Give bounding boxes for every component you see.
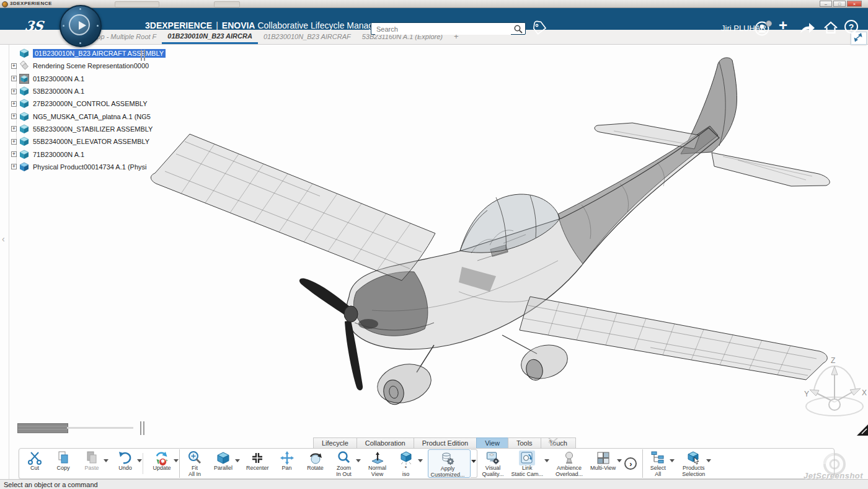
apply-customized-split[interactable] <box>471 449 477 478</box>
tree-row[interactable]: + 53B230000N A.1 <box>11 85 166 97</box>
bottom-splitter[interactable] <box>140 421 141 435</box>
compass-play-icon[interactable] <box>69 14 90 35</box>
zoom-in-out-button[interactable]: Zoom In Out <box>331 449 360 478</box>
multi-view-button[interactable]: Multi-View <box>588 449 621 478</box>
horizontal-scrollbar-track[interactable] <box>67 427 133 429</box>
bottom-splitter[interactable] <box>143 421 144 435</box>
share-icon[interactable] <box>799 20 816 35</box>
parallel-dropdown-caret[interactable] <box>235 459 240 462</box>
tree-item-label[interactable]: 27B230000N_CONTROL ASSEMBLY <box>33 100 148 107</box>
fit-all-in-button[interactable]: Fit All In <box>182 449 210 478</box>
resize-grip-icon[interactable] <box>857 424 868 436</box>
tree-expander[interactable]: + <box>11 114 17 119</box>
watermark-text: JetScreenshot <box>804 471 863 480</box>
zoom-dropdown-caret[interactable] <box>356 459 361 462</box>
pan-button[interactable]: Pan <box>274 449 303 478</box>
tree-row[interactable]: + 01B230000N A.1 <box>11 73 166 85</box>
rotate-button[interactable]: Rotate <box>303 449 331 478</box>
rendering-scene-icon <box>19 61 29 71</box>
tree-row[interactable]: + 55B233000N_STABILIZER ASSEMBLY <box>11 123 166 135</box>
parallel-button[interactable]: Parallel <box>210 449 239 478</box>
select-all-dropdown-caret[interactable] <box>670 459 675 462</box>
paste-dropdown-caret[interactable] <box>104 459 108 462</box>
close-button[interactable]: × <box>847 1 862 7</box>
products-selection-dropdown-caret[interactable] <box>706 459 711 462</box>
search-input[interactable] <box>375 24 511 35</box>
tree-row[interactable]: + NG5_MUSKA_CATIA_platna A.1 (NG5 <box>11 110 166 122</box>
tree-expander[interactable]: + <box>11 139 17 145</box>
iso-dropdown-caret[interactable] <box>418 459 423 462</box>
tree-expander[interactable]: + <box>11 63 17 69</box>
brand-name: 3DEXPERIENCE <box>145 20 212 30</box>
normal-view-button[interactable]: Normal View <box>365 449 393 478</box>
search-icon[interactable] <box>513 24 523 34</box>
more-commands-button[interactable]: › <box>624 457 637 470</box>
tree-row[interactable]: + 71B230000N A.1 <box>11 148 166 160</box>
ambience-overload-button[interactable]: Ambience Overload... <box>553 449 588 478</box>
left-wing[interactable] <box>151 134 435 280</box>
representation-cube-icon <box>19 74 29 84</box>
undo-button[interactable]: Undo <box>112 449 141 478</box>
recenter-button[interactable]: Recenter <box>244 449 274 478</box>
apply-customized-view-button[interactable]: Apply Customized... <box>428 449 471 478</box>
help-icon[interactable]: ? <box>844 20 858 34</box>
tree-item-label[interactable]: 55B234000N_ELEVATOR ASSEMBLY <box>33 138 149 145</box>
select-all-button[interactable]: Select All <box>645 449 673 478</box>
tree-item-label[interactable]: NG5_MUSKA_CATIA_platna A.1 (NG5 <box>33 113 151 120</box>
minimize-button[interactable]: – <box>820 1 832 7</box>
tree-item-label[interactable]: Rendering Scene Representation0000 <box>33 62 149 70</box>
maximize-button[interactable]: □ <box>833 1 846 7</box>
paste-button[interactable]: Paste <box>79 449 107 478</box>
tree-splitter[interactable] <box>144 50 145 61</box>
tree-expander[interactable]: + <box>11 151 17 157</box>
tree-item-label[interactable]: 55B233000N_STABILIZER ASSEMBLY <box>33 125 153 133</box>
tree-item-label[interactable]: 01B230000N A.1 <box>33 75 84 83</box>
tab-aircraft-assembly-2[interactable]: 01B230010N_B23 AIRCRAF <box>258 30 356 44</box>
user-avatar-icon[interactable] <box>754 20 773 37</box>
update-dropdown-caret[interactable] <box>174 459 179 462</box>
home-icon[interactable] <box>823 20 839 35</box>
tree-item-label[interactable]: 53B230000N A.1 <box>33 87 84 95</box>
visual-quality-button[interactable]: Visual Quality... <box>480 449 509 478</box>
undo-dropdown-caret[interactable] <box>137 459 142 462</box>
collapse-actionbar-icon[interactable] <box>544 436 562 447</box>
cut-button[interactable]: Cut <box>22 449 50 478</box>
tab-product-edition[interactable]: Product Edition <box>414 437 477 448</box>
link-camera-dropdown-caret[interactable] <box>544 459 549 462</box>
3dexperience-compass[interactable] <box>60 5 102 47</box>
tree-row[interactable]: + Physical Product00014734 A.1 (Physi <box>11 161 166 173</box>
axis-y-label: Y <box>804 390 809 398</box>
search-box[interactable] <box>371 22 526 35</box>
link-static-camera-button[interactable]: Link Static Cam... <box>508 449 548 478</box>
tree-splitter[interactable] <box>141 50 142 61</box>
tree-row[interactable]: + Rendering Scene Representation0000 <box>11 60 166 72</box>
horizontal-scrollbar-thumb[interactable] <box>17 423 68 433</box>
expand-viewport-button[interactable] <box>851 32 867 45</box>
tree-row[interactable]: + 27B230000N_CONTROL ASSEMBLY <box>11 97 166 110</box>
add-content-icon[interactable]: + <box>779 18 787 33</box>
tree-expander[interactable]: + <box>11 164 17 169</box>
tree-item-label[interactable]: 71B230000N A.1 <box>33 151 84 158</box>
tab-aircraft-assembly-active[interactable]: 01B230010N_B23 AIRCRA <box>162 30 258 44</box>
tab-tools[interactable]: Tools <box>508 437 541 448</box>
tree-item-label[interactable]: Physical Product00014734 A.1 (Physi <box>33 163 146 171</box>
update-button[interactable]: ✱ Update <box>149 449 177 478</box>
products-selection-button[interactable]: Products Selection <box>680 449 710 478</box>
multi-view-dropdown-caret[interactable] <box>617 459 622 462</box>
tree-expander[interactable]: + <box>11 126 17 132</box>
iso-cube-icon <box>398 451 414 465</box>
tab-lifecycle[interactable]: Lifecycle <box>313 437 357 448</box>
tag-icon[interactable] <box>532 20 547 37</box>
tree-expander[interactable]: + <box>11 76 17 81</box>
tree-expander[interactable]: + <box>11 89 17 94</box>
tab-collaboration[interactable]: Collaboration <box>356 437 414 448</box>
tree-row[interactable]: + 55B234000N_ELEVATOR ASSEMBLY <box>11 135 166 148</box>
iso-view-button[interactable]: * iso <box>393 449 422 478</box>
copy-button[interactable]: Copy <box>50 449 79 478</box>
parallel-cube-icon <box>215 451 231 465</box>
tree-expander[interactable]: + <box>11 101 17 107</box>
tree-item-label[interactable]: 01B230010N_B23 AIRCRAFT ASSEMBLY <box>33 49 166 58</box>
tree-root-row[interactable]: 01B230010N_B23 AIRCRAFT ASSEMBLY <box>11 47 166 60</box>
tab-view[interactable]: View <box>476 437 508 448</box>
right-wing[interactable] <box>520 297 827 380</box>
